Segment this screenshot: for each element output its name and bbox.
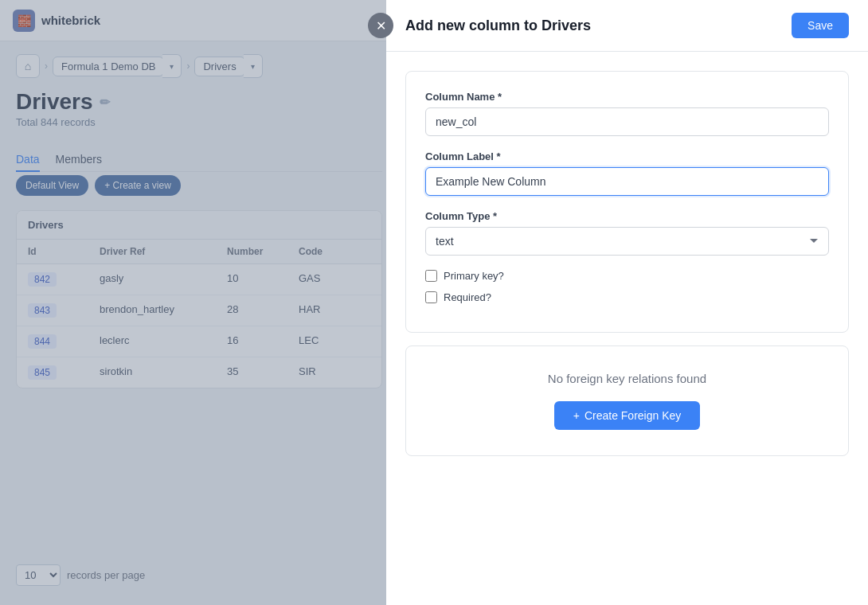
close-panel-button[interactable]: ✕ [368,13,393,38]
column-label-group: Column Label * [425,150,829,196]
column-type-label: Column Type * [425,210,829,222]
panel-title: Add new column to Drivers [405,18,591,34]
foreign-key-section: No foreign key relations found + Create … [405,345,849,456]
plus-icon: + [573,409,580,422]
no-fk-text: No foreign key relations found [425,372,829,385]
column-type-select[interactable]: text integer boolean date uuid [425,227,829,256]
close-icon: ✕ [376,18,386,33]
column-name-group: Column Name * [425,91,829,136]
create-fk-label: Create Foreign Key [585,409,681,422]
create-foreign-key-button[interactable]: + Create Foreign Key [554,401,701,430]
form-card: Column Name * Column Label * Column Type… [405,71,849,333]
required-label: Required? [444,291,491,303]
column-label-label: Column Label * [425,150,829,162]
column-type-group: Column Type * text integer boolean date … [425,210,829,256]
required-group: Required? [425,291,829,303]
panel-content: Column Name * Column Label * Column Type… [386,52,868,605]
primary-key-label: Primary key? [444,270,504,282]
panel-header: Add new column to Drivers Save [386,0,868,52]
column-name-label: Column Name * [425,91,829,103]
save-button[interactable]: Save [792,13,849,38]
column-name-input[interactable] [425,107,829,136]
primary-key-checkbox[interactable] [425,270,437,282]
column-label-input[interactable] [425,167,829,196]
required-checkbox[interactable] [425,291,437,303]
side-panel: Add new column to Drivers Save Column Na… [386,0,868,605]
primary-key-group: Primary key? [425,270,829,282]
